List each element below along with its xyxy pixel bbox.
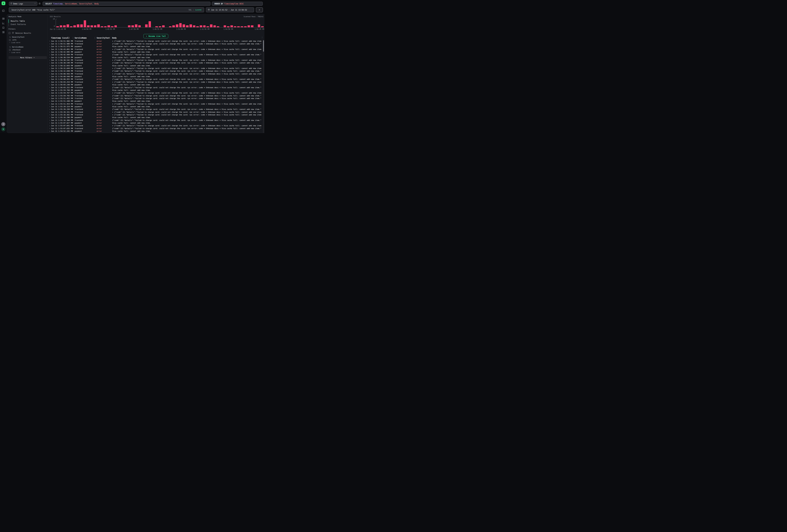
expand-row-icon[interactable]: › [49,48,51,50]
log-row[interactable]: › Jun 11 1:55:39.331 PM frontend error ×… [47,111,264,113]
log-row[interactable]: › Jun 11 1:56:32.848 PM frontend error {… [47,70,264,72]
log-row[interactable]: › Jun 11 1:56:32.849 PM frontend error ×… [47,67,264,70]
column-resize-handle[interactable] [95,37,95,39]
histogram-bar[interactable] [139,25,141,27]
histogram-bar[interactable] [90,25,93,27]
histogram-bar[interactable] [84,20,86,27]
expand-row-icon[interactable]: › [49,59,51,61]
mode-toggle-sql[interactable]: SQL [189,9,192,11]
column-header-servicename[interactable]: ServiceName [75,37,97,39]
expand-row-icon[interactable]: › [49,81,51,83]
load-more-severitytext[interactable]: Load more [9,42,20,43]
expand-row-icon[interactable]: › [49,40,51,42]
histogram-bar[interactable] [77,24,79,27]
histogram-bar[interactable] [128,25,130,27]
log-row[interactable]: › Jun 11 1:56:38.540 PM frontend error {… [47,62,264,64]
search-icon[interactable] [9,46,11,48]
table-options-icon[interactable]: ⋮ [261,36,263,38]
log-row[interactable]: › Jun 11 1:56:51.982 PM frontend error ×… [47,40,264,42]
histogram-bar[interactable] [149,21,151,27]
column-resize-handle[interactable] [73,37,73,39]
log-row[interactable]: › Jun 11 1:55:39.330 PM frontend error {… [47,108,264,111]
denoise-checkbox[interactable] [8,32,10,34]
time-range-picker[interactable]: Jun 11 13:41:52 - Jun 11 13:56:52 [206,7,254,12]
select-columns-editor[interactable]: SELECT Timestamp, ServiceName, SeverityT… [43,2,210,6]
log-row[interactable]: › Jun 11 1:55:16.296 PM payment error Vi… [47,116,264,119]
histogram-bar[interactable] [200,25,202,27]
log-row[interactable]: › Jun 11 1:56:42.999 PM frontend error {… [47,54,264,56]
filter-option-info[interactable]: info [9,39,17,41]
histogram-bar[interactable] [186,25,189,27]
log-row[interactable]: › Jun 11 1:56:03.248 PM payment error Vi… [47,83,264,86]
log-row[interactable]: › Jun 11 1:56:08.948 PM payment error Vi… [47,75,264,78]
expand-row-icon[interactable]: › [49,51,51,53]
expand-row-icon[interactable]: › [49,97,51,100]
expand-row-icon[interactable]: › [49,70,51,72]
expand-row-icon[interactable]: › [49,43,51,45]
filter-option-checkout[interactable]: checkout [9,49,21,51]
column-header-body[interactable]: Body [112,37,261,39]
sessions-icon[interactable] [2,26,5,29]
expand-row-icon[interactable]: › [49,114,51,116]
log-row[interactable]: › Jun 11 1:55:07.835 PM frontend error {… [47,127,264,130]
search-query-input[interactable]: SeverityText:error AND "Visa cache full"… [9,7,204,12]
order-by-editor[interactable]: ORDER BY TimestampTime DESC [212,2,263,6]
log-row[interactable]: › Jun 11 1:55:39.324 PM payment error Vi… [47,105,264,108]
source-selector[interactable]: Demo Logs [9,2,37,6]
histogram-bar[interactable] [248,25,250,27]
column-header-severitytext[interactable]: SeverityText [97,37,112,39]
column-header-timestamp[interactable]: Timestamp (Local) [51,37,75,39]
expand-row-icon[interactable]: › [49,92,51,94]
expand-row-icon[interactable]: › [49,89,51,91]
log-row[interactable]: › Jun 11 1:56:42.995 PM payment error Vi… [47,51,264,54]
histogram-bar[interactable] [162,25,165,27]
mode-toggle-lucene[interactable]: Lucene [195,9,201,11]
histogram-bar[interactable] [145,24,148,27]
log-row[interactable]: › Jun 11 1:56:38.534 PM payment error Vi… [47,56,264,59]
histogram-bar[interactable] [67,24,69,27]
expand-row-icon[interactable]: › [49,127,51,130]
log-row[interactable]: › Jun 11 1:56:32.843 PM payment error Vi… [47,64,264,67]
log-row[interactable]: › Jun 11 1:55:51.454 PM frontend error ×… [47,103,264,105]
expand-row-icon[interactable]: › [49,103,51,105]
expand-row-icon[interactable]: › [49,105,51,108]
log-row[interactable]: › Jun 11 1:56:08.956 PM frontend error ×… [47,72,264,75]
log-row[interactable]: › Jun 11 1:56:03.254 PM frontend error ×… [47,81,264,83]
expand-row-icon[interactable]: › [49,119,51,121]
histogram-bar[interactable] [193,25,195,27]
histogram-bar[interactable] [94,25,97,27]
load-more-servicename[interactable]: Load more [9,51,20,54]
expand-row-icon[interactable]: › [49,116,51,119]
histogram-bar[interactable] [131,25,134,27]
expand-row-icon[interactable]: › [49,130,51,132]
search-icon[interactable] [9,36,11,38]
log-row[interactable]: › Jun 11 1:55:51.452 PM frontend error {… [47,97,264,100]
histogram-bar[interactable] [107,25,110,27]
log-row[interactable]: › Jun 11 1:55:59.760 PM payment error Vi… [47,89,264,92]
expand-row-icon[interactable]: › [49,111,51,113]
histogram-bar[interactable] [60,25,62,27]
expand-row-icon[interactable]: › [49,122,51,124]
histogram-bar[interactable] [80,24,83,27]
log-row[interactable]: › Jun 11 1:54:52.241 PM payment error Vi… [47,130,264,132]
source-settings-button[interactable] [38,2,41,5]
log-row[interactable]: › Jun 11 1:55:51.448 PM payment error Vi… [47,100,264,103]
log-row[interactable]: › Jun 11 1:56:38.542 PM frontend error ×… [47,59,264,62]
expand-row-icon[interactable]: › [49,62,51,64]
column-resize-handle[interactable] [111,37,111,39]
more-filters-button[interactable]: More filters [8,56,47,59]
results-histogram[interactable] [56,20,264,27]
denoise-label[interactable]: Denoise Results [16,32,31,34]
histogram-bar[interactable] [251,25,253,27]
histogram-bar[interactable] [183,24,185,27]
log-row[interactable]: › Jun 11 1:56:08.955 PM frontend error {… [47,78,264,81]
log-row[interactable]: › Jun 11 1:55:07.827 PM payment error Vi… [47,122,264,124]
histogram-bar[interactable] [213,25,216,27]
log-row[interactable]: › Jun 11 1:55:59.765 PM frontend error {… [47,94,264,97]
collapse-sidebar-icon[interactable] [2,9,5,12]
log-row[interactable]: › Jun 11 1:56:03.252 PM frontend error {… [47,86,264,89]
help-button[interactable]: ? [1,122,5,126]
checkout-checkbox[interactable] [9,49,11,51]
expand-row-icon[interactable]: › [49,45,51,48]
table-scrollbar-thumb[interactable] [263,40,264,51]
